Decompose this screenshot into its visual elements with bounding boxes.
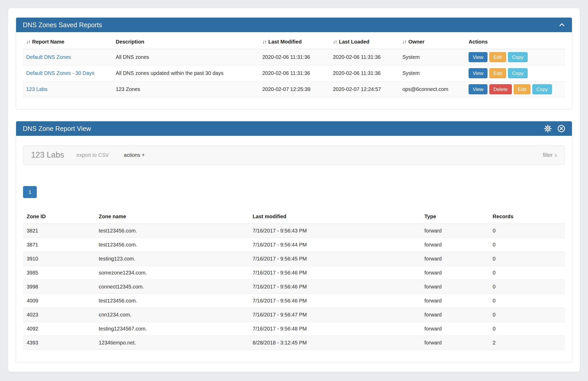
edit-button[interactable]: Edit [514,84,530,94]
report-last-loaded: 2020-02-06 11:31:36 [329,65,399,81]
actions-menu-link[interactable]: actions + [124,152,145,158]
pagination: 1 [23,186,572,198]
zone-type: forward [421,280,489,294]
zone-records: 0 [489,294,565,308]
copy-button[interactable]: Copy [532,84,552,94]
report-name-link[interactable]: 123 Labs [26,86,47,92]
zone-records: 0 [489,266,565,280]
report-name-cell: Default DNS Zones - 30 Days [23,65,112,81]
zone-name: 1234tiempo.net. [95,336,249,350]
report-view-panel: DNS Zone Report View [16,121,572,363]
view-button[interactable]: View [469,68,487,78]
gear-icon[interactable] [544,125,552,132]
zone-id: 4393 [23,336,95,350]
zone-type: forward [421,308,489,322]
saved-reports-title: DNS Zones Saved Reports [23,21,102,29]
zone-last-modified: 8/28/2018 - 3:12:45 PM [249,336,421,350]
column-header-last-modified[interactable]: ↓↑Last Modified [259,32,329,49]
zone-last-modified: 7/16/2017 - 9:56:47 PM [249,308,421,322]
collapse-chevron-up-icon[interactable] [558,22,565,28]
filter-toggle[interactable]: filter › [543,152,557,158]
report-name-cell: Default DNS Zones [23,49,112,65]
saved-report-row: Default DNS Zones - 30 DaysAll DNS zones… [23,65,565,81]
sort-icon[interactable]: ↓↑ [333,39,337,45]
pagination-page-1[interactable]: 1 [23,186,37,198]
copy-button[interactable]: Copy [508,68,528,78]
report-actions-cell: ViewEditCopy [465,49,565,65]
view-button[interactable]: View [469,84,487,94]
zone-last-modified: 7/16/2017 - 9:56:46 PM [249,266,421,280]
zone-type: forward [421,322,489,336]
zone-name: test123456.com. [95,238,249,252]
zone-id: 4009 [23,294,95,308]
zone-row: 43931234tiempo.net.8/28/2018 - 3:12:45 P… [23,336,565,350]
saved-report-row: Default DNS ZonesAll DNS zones2020-02-06… [23,49,565,65]
saved-reports-body: ↓↑Report NameDescription↓↑Last Modified↓… [16,32,572,109]
zone-records: 0 [489,252,565,266]
zone-name: cnn1234.com. [95,308,249,322]
saved-reports-header: DNS Zones Saved Reports [16,18,572,32]
view-button[interactable]: View [469,52,487,62]
zone-row: 3910testing123.com.7/16/2017 - 9:56:45 P… [23,252,565,266]
column-header-type: Type [421,209,489,224]
zone-last-modified: 7/16/2017 - 9:56:46 PM [249,294,421,308]
zone-records: 0 [489,308,565,322]
report-name-heading: 123 Labs [31,150,64,160]
zone-row: 3821test123456.com.7/16/2017 - 9:56:43 P… [23,224,565,238]
edit-button[interactable]: Edit [489,68,506,78]
column-header-zone-name: Zone name [95,209,249,224]
zone-records: 0 [489,238,565,252]
delete-button[interactable]: Delete [489,84,512,94]
zone-type: forward [421,252,489,266]
zone-type: forward [421,336,489,350]
close-circle-icon[interactable] [557,125,565,132]
report-view-body: 123 Labs export to CSV actions + filter … [16,145,572,362]
report-owner: ops@6connect.com [399,81,465,97]
zone-name: testing123.com. [95,252,249,266]
column-header-report-name[interactable]: ↓↑Report Name [23,32,112,49]
report-last-modified: 2020-02-07 12:25:39 [259,81,329,97]
report-name-link[interactable]: Default DNS Zones - 30 Days [26,70,94,76]
zone-id: 3821 [23,224,95,238]
zones-table: Zone IDZone nameLast modifiedTypeRecords… [23,209,565,350]
copy-button[interactable]: Copy [508,52,528,62]
report-view-title: DNS Zone Report View [23,125,91,132]
zone-id: 3985 [23,266,95,280]
saved-reports-panel: DNS Zones Saved Reports ↓↑Report NameDes… [16,17,572,110]
report-description: 123 Zones [112,81,259,97]
zone-records: 2 [489,336,565,350]
column-header-zone-id: Zone ID [23,209,95,224]
column-header-last-modified: Last modified [249,209,421,224]
column-header-last-loaded[interactable]: ↓↑Last Loaded [329,32,399,49]
column-header-records: Records [489,209,565,224]
zone-type: forward [421,224,489,238]
zone-type: forward [421,266,489,280]
report-description: All DNS zones updated within the past 30… [112,65,259,81]
export-csv-link[interactable]: export to CSV [77,152,109,158]
sort-icon[interactable]: ↓↑ [403,39,406,45]
sort-icon[interactable]: ↓↑ [262,39,266,45]
sort-icon[interactable]: ↓↑ [26,39,30,45]
zone-last-modified: 7/16/2017 - 9:56:43 PM [249,224,421,238]
zones-table-wrap: Zone IDZone nameLast modifiedTypeRecords… [23,209,565,362]
column-header-owner[interactable]: ↓↑Owner [399,32,465,49]
zone-id: 4092 [23,322,95,336]
zone-last-modified: 7/16/2017 - 9:56:48 PM [249,322,421,336]
column-header-description: Description [112,32,259,49]
zone-name: somezone1234.com. [95,266,249,280]
zone-id: 3871 [23,238,95,252]
saved-reports-table: ↓↑Report NameDescription↓↑Last Modified↓… [23,32,565,97]
saved-report-row: 123 Labs123 Zones2020-02-07 12:25:392020… [23,81,565,97]
column-header-actions: Actions [465,32,565,49]
report-owner: System [399,65,465,81]
report-name-link[interactable]: Default DNS Zones [26,54,71,60]
zone-name: connect12345.com. [95,280,249,294]
zone-last-modified: 7/16/2017 - 9:56:46 PM [249,280,421,294]
chevron-right-icon: › [555,152,557,158]
edit-button[interactable]: Edit [489,52,506,62]
page: DNS Zones Saved Reports ↓↑Report NameDes… [0,0,588,380]
zone-row: 3998connect12345.com.7/16/2017 - 9:56:46… [23,280,565,294]
zone-name: test123456.com. [95,294,249,308]
report-toolbar: 123 Labs export to CSV actions + filter … [23,145,565,165]
zone-row: 4092testing1234567.com.7/16/2017 - 9:56:… [23,322,565,336]
